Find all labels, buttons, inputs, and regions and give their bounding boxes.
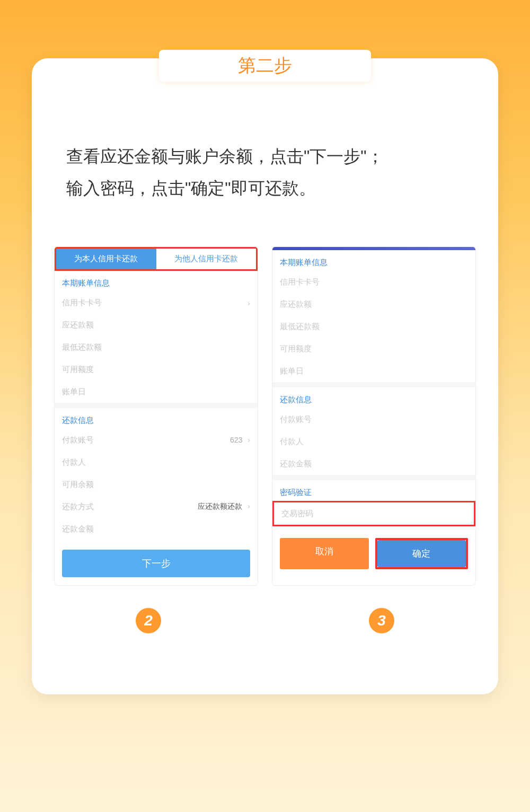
label-method: 还款方式 [62,502,94,512]
row-available-credit: 可用额度 [55,358,258,381]
chevron-right-icon: › [245,502,250,510]
section-title-bill: 本期账单信息 [55,271,258,292]
section-gap-3b [272,475,475,480]
instruction-line-2: 输入密码，点击"确定"即可还款。 [66,172,464,204]
label-min: 最低还款额 [62,342,102,352]
confirm-highlight-box: 确定 [375,538,469,569]
label-card-number: 信用卡卡号 [62,298,102,308]
row-payer-3: 付款人 [272,430,475,453]
row-avail-3: 可用额度 [272,338,475,360]
section-gap-3a [272,382,475,387]
row-repay-method[interactable]: 还款方式 应还款额还款 › [55,496,258,518]
row-bill-date: 账单日 [55,381,258,403]
row-card-number-3: 信用卡卡号 [272,271,475,293]
label-pay-account: 付款账号 [62,435,94,445]
instruction-text: 查看应还金额与账户余额，点击"下一步"； 输入密码，点击"确定"即可还款。 [66,140,464,204]
label-payer: 付款人 [62,457,86,467]
section-gap [55,403,258,408]
label-password: 交易密码 [281,509,313,519]
row-min-3: 最低还款额 [272,315,475,338]
row-card-number[interactable]: 信用卡卡号 › [55,292,258,314]
label-avail: 可用额度 [62,365,94,375]
instruction-line-1: 查看应还金额与账户余额，点击"下一步"； [66,140,464,172]
value-pay-account: 623 › [230,436,250,444]
password-highlight-box: 交易密码 [272,501,475,526]
label-due: 应还款额 [62,320,94,330]
row-amount-3: 还款金额 [272,453,475,475]
screenshot-2: 为本人信用卡还款 为他人信用卡还款 本期账单信息 信用卡卡号 › 应还款额 最低… [54,246,258,586]
row-min-amount: 最低还款额 [55,336,258,358]
repay-target-tabs: 为本人信用卡还款 为他人信用卡还款 [55,247,258,271]
badge-2: 2 [136,608,161,633]
row-usable-balance: 可用余额 [55,473,258,496]
value-method: 应还款额还款 › [198,502,250,511]
confirm-button[interactable]: 确定 [377,540,466,567]
cancel-button[interactable]: 取消 [280,538,369,569]
label-payer-3: 付款人 [280,437,304,447]
label-card-3: 信用卡卡号 [280,277,320,287]
screenshot-3: 本期账单信息 信用卡卡号 应还款额 最低还款额 可用额度 账单日 还款信息 付款… [272,246,476,586]
row-payacct-3: 付款账号 [272,408,475,430]
chevron-right-icon: › [248,298,250,307]
chevron-right-icon: › [245,436,250,444]
row-due-amount: 应还款额 [55,314,258,336]
screenshots-row: 为本人信用卡还款 为他人信用卡还款 本期账单信息 信用卡卡号 › 应还款额 最低… [54,246,476,586]
section-title-repay: 还款信息 [55,408,258,429]
row-pay-account[interactable]: 付款账号 623 › [55,429,258,451]
row-payer: 付款人 [55,451,258,473]
section-title-password: 密码验证 [272,480,475,501]
section-title-bill-3: 本期账单信息 [272,250,475,271]
label-due-3: 应还款额 [280,299,312,310]
label-amount: 还款金额 [62,524,94,534]
row-repay-amount: 还款金额 [55,518,258,540]
label-amount-3: 还款金额 [280,459,312,469]
row-due-3: 应还款额 [272,293,475,315]
confirm-buttons-row: 取消 确定 [272,526,475,569]
step-title-tab: 第二步 [159,50,371,82]
section-title-repay-3: 还款信息 [272,387,475,408]
label-payacct-3: 付款账号 [280,414,312,425]
badge-3: 3 [369,608,394,633]
tab-self-repay[interactable]: 为本人信用卡还款 [56,249,156,269]
row-password[interactable]: 交易密码 [274,502,474,525]
next-button[interactable]: 下一步 [62,550,250,577]
label-min-3: 最低还款额 [280,322,320,332]
label-avail-3: 可用额度 [280,344,312,354]
row-date-3: 账单日 [272,360,475,382]
instruction-card: 第二步 查看应还金额与账户余额，点击"下一步"； 输入密码，点击"确定"即可还款… [32,58,498,694]
label-usable: 可用余额 [62,480,94,490]
tab-other-repay[interactable]: 为他人信用卡还款 [156,249,257,269]
label-date-3: 账单日 [280,366,304,376]
label-date: 账单日 [62,387,86,397]
step-number-badges: 2 3 [32,608,498,633]
